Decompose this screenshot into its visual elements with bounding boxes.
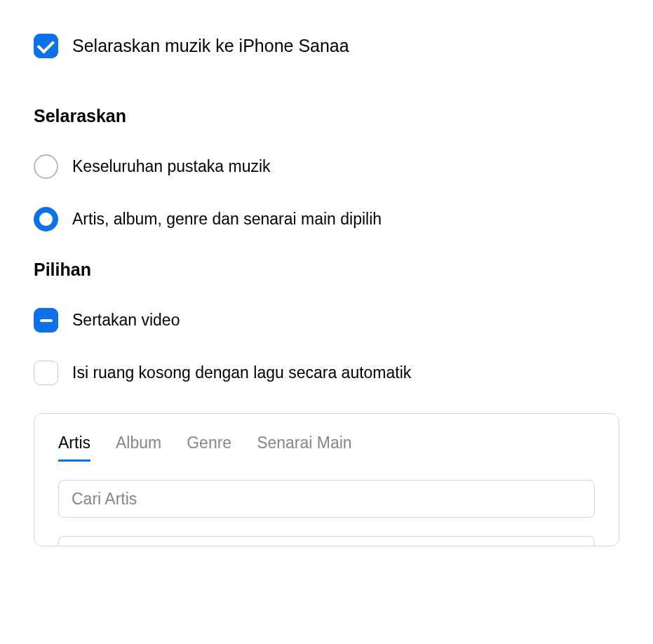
radio-entire-library-label: Keseluruhan pustaka muzik [72,157,271,176]
radio-entire-library[interactable] [34,154,58,179]
tabs: Artis Album Genre Senarai Main [58,434,595,462]
sync-music-label: Selaraskan muzik ke iPhone Sanaa [72,36,349,56]
include-videos-checkbox[interactable] [34,308,58,333]
tab-genres[interactable]: Genre [187,434,231,462]
list-container [58,536,595,546]
radio-selected-items[interactable] [34,207,58,232]
selection-panel: Artis Album Genre Senarai Main [34,413,619,546]
autofill-checkbox[interactable] [34,361,58,385]
options-section-heading: Pilihan [34,260,619,280]
sync-section-heading: Selaraskan [34,106,619,126]
sync-music-checkbox[interactable] [34,34,58,58]
tab-albums[interactable]: Album [116,434,161,462]
autofill-label: Isi ruang kosong dengan lagu secara auto… [72,363,411,382]
tab-playlists[interactable]: Senarai Main [257,434,352,462]
search-input[interactable] [58,480,595,518]
radio-selected-items-label: Artis, album, genre dan senarai main dip… [72,210,382,229]
include-videos-label: Sertakan video [72,311,180,330]
tab-artists[interactable]: Artis [58,434,90,462]
